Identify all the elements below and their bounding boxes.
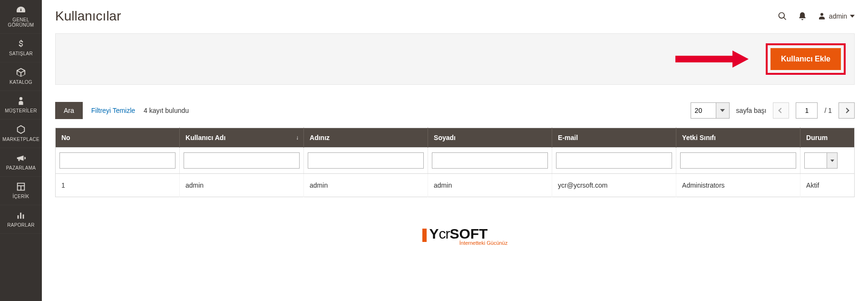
cell-role: Administrators	[676, 174, 800, 197]
sidebar-item-marketplace[interactable]: MARKETPLACE	[0, 120, 42, 148]
filter-role-input[interactable]	[680, 152, 796, 169]
username-label: admin	[829, 12, 847, 20]
box-icon	[16, 67, 26, 78]
page-size-dropdown[interactable]	[716, 103, 729, 118]
bars-icon	[16, 210, 26, 221]
col-header-firstname[interactable]: Adınız	[304, 128, 428, 148]
table-row[interactable]: 1 admin admin admin ycr@ycrsoft.com Admi…	[56, 174, 855, 197]
sidebar-item-sales[interactable]: SATIŞLAR	[0, 34, 42, 62]
brand-tagline: İnternetteki Gücünüz	[112, 240, 855, 246]
search-button[interactable]: Ara	[55, 102, 83, 119]
per-page-label: sayfa başı	[736, 107, 767, 114]
filter-username-input[interactable]	[184, 152, 300, 169]
cell-username: admin	[180, 174, 304, 197]
cell-email: ycr@ycrsoft.com	[552, 174, 676, 197]
filter-no-input[interactable]	[59, 152, 176, 169]
brand-text: YcrSOFT	[429, 226, 488, 242]
caret-down-icon	[850, 15, 855, 18]
sidebar-item-customers[interactable]: MÜŞTERİLER	[0, 91, 42, 120]
admin-sidebar: GENEL GÖRÜNÜM SATIŞLAR KATALOG MÜŞTERİLE…	[0, 0, 42, 301]
pager-total: / 1	[824, 107, 832, 114]
topbar: Kullanıcılar admin	[55, 9, 855, 24]
chevron-down-icon	[720, 109, 725, 112]
table-filter-row	[56, 148, 855, 174]
layout-icon	[16, 181, 26, 192]
footer-logo: YcrSOFT İnternetteki Gücünüz	[55, 226, 855, 246]
sidebar-item-label: GENEL GÖRÜNÜM	[2, 17, 40, 28]
person-icon	[16, 96, 26, 106]
add-user-button[interactable]: Kullanıcı Ekle	[770, 48, 841, 70]
col-header-email[interactable]: E-mail	[552, 128, 676, 148]
sidebar-item-dashboard[interactable]: GENEL GÖRÜNÜM	[0, 0, 42, 34]
page-number-input[interactable]	[796, 102, 818, 119]
pager-next-button[interactable]	[839, 102, 855, 119]
megaphone-icon	[16, 153, 26, 163]
users-table: No Kullanıcı Adı↓ Adınız Soyadı E-mail Y…	[55, 128, 855, 197]
filter-email-input[interactable]	[556, 152, 672, 169]
col-header-status[interactable]: Durum	[800, 128, 855, 148]
sidebar-item-marketing[interactable]: PAZARLAMA	[0, 148, 42, 177]
col-header-no[interactable]: No	[56, 128, 180, 148]
cell-firstname: admin	[304, 174, 428, 197]
page-actions: Kullanıcı Ekle	[55, 33, 855, 85]
logo-bar-icon	[422, 229, 427, 242]
table-header-row: No Kullanıcı Adı↓ Adınız Soyadı E-mail Y…	[56, 128, 855, 148]
sidebar-item-label: SATIŞLAR	[2, 51, 40, 56]
user-avatar-icon	[818, 12, 826, 20]
dollar-icon	[16, 39, 26, 49]
main-content: Kullanıcılar admin Kullanıcı Ekle Ara Fi…	[42, 0, 868, 301]
cell-status: Aktif	[800, 174, 855, 197]
filter-firstname-input[interactable]	[308, 152, 424, 169]
filter-lastname-input[interactable]	[432, 152, 548, 169]
sidebar-item-reports[interactable]: RAPORLAR	[0, 205, 42, 234]
page-size-input[interactable]	[691, 103, 716, 118]
topbar-actions: admin	[778, 11, 855, 21]
sidebar-item-label: MÜŞTERİLER	[2, 108, 40, 113]
sort-asc-icon: ↓	[296, 134, 299, 141]
search-icon[interactable]	[778, 11, 787, 21]
grid-toolbar: Ara Filtreyi Temizle 4 kayıt bulundu say…	[55, 102, 855, 119]
col-header-role[interactable]: Yetki Sınıfı	[676, 128, 800, 148]
sidebar-item-label: KATALOG	[2, 80, 40, 85]
add-user-highlight: Kullanıcı Ekle	[766, 43, 846, 75]
sidebar-item-label: MARKETPLACE	[2, 137, 40, 142]
cell-lastname: admin	[428, 174, 552, 197]
user-menu[interactable]: admin	[818, 12, 855, 20]
sidebar-item-content[interactable]: İÇERİK	[0, 177, 42, 205]
sidebar-item-label: PAZARLAMA	[2, 165, 40, 171]
sidebar-item-label: RAPORLAR	[2, 222, 40, 228]
records-found-text: 4 kayıt bulundu	[144, 107, 189, 114]
page-title: Kullanıcılar	[55, 9, 121, 24]
col-header-username[interactable]: Kullanıcı Adı↓	[180, 128, 304, 148]
chevron-down-icon	[830, 160, 834, 162]
bell-icon[interactable]	[798, 11, 807, 21]
cell-no: 1	[56, 174, 180, 197]
pager-prev-button[interactable]	[773, 102, 789, 119]
page-size-control[interactable]	[691, 102, 730, 119]
col-header-lastname[interactable]: Soyadı	[428, 128, 552, 148]
chevron-left-icon	[779, 108, 784, 113]
gauge-icon	[16, 5, 26, 15]
annotation-arrow	[675, 52, 756, 66]
chevron-right-icon	[844, 108, 849, 113]
sidebar-item-catalog[interactable]: KATALOG	[0, 62, 42, 91]
filter-status-select[interactable]	[804, 152, 838, 169]
reset-filter-link[interactable]: Filtreyi Temizle	[91, 107, 135, 114]
hexagon-icon	[16, 124, 26, 135]
sidebar-item-label: İÇERİK	[2, 194, 40, 199]
